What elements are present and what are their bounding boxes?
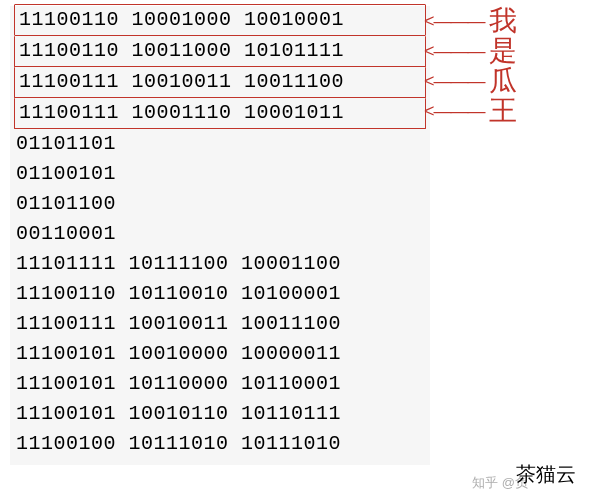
arrow-left-icon: <——— [424,36,485,66]
binary-row: 00110001 [16,219,424,249]
binary-row: 11101111 10111100 10001100 [16,249,424,279]
binary-row: 11100100 10111010 10111010 [16,429,424,459]
binary-bits: 11100111 10010011 10011100 [16,312,341,335]
binary-code-block: 11100110 10001000 10010001 11100110 1001… [10,6,430,465]
character-label: 是 [489,36,517,66]
binary-row: 01100101 [16,159,424,189]
binary-bits: 11100111 10010011 10011100 [19,70,344,93]
arrow-left-icon: <——— [424,66,485,96]
binary-bits: 11100101 10110000 10110001 [16,372,341,395]
binary-row: 11100101 10010110 10110111 [16,399,424,429]
binary-bits: 00110001 [16,222,116,245]
watermark-brand: 茶猫云 [516,461,576,488]
binary-row: 11100111 10001110 10001011 [14,98,426,129]
binary-bits: 11101111 10111100 10001100 [16,252,341,275]
binary-bits: 11100101 10010110 10110111 [16,402,341,425]
binary-bits: 11100110 10001000 10010001 [19,8,344,31]
arrow-left-icon: <——— [424,96,485,126]
binary-row: 11100101 10110000 10110001 [16,369,424,399]
binary-row: 01101101 [16,129,424,159]
annotation: <——— 是 [424,36,517,66]
binary-row: 01101100 [16,189,424,219]
binary-bits: 11100110 10011000 10101111 [19,39,344,62]
arrow-left-icon: <——— [424,6,485,36]
binary-bits: 11100101 10010000 10000011 [16,342,341,365]
binary-row: 11100110 10011000 10101111 [14,36,426,67]
binary-bits: 01101100 [16,192,116,215]
binary-bits: 11100100 10111010 10111010 [16,432,341,455]
binary-row: 11100110 10001000 10010001 [14,4,426,36]
annotation-column: <——— 我 <——— 是 <——— 瓜 <——— 王 [424,6,517,126]
character-label: 瓜 [489,66,517,96]
annotation: <——— 我 [424,6,517,36]
binary-bits: 01101101 [16,132,116,155]
binary-bits: 11100110 10110010 10100001 [16,282,341,305]
annotation: <——— 瓜 [424,66,517,96]
character-label: 我 [489,6,517,36]
character-label: 王 [489,96,517,126]
annotation: <——— 王 [424,96,517,126]
binary-row: 11100101 10010000 10000011 [16,339,424,369]
binary-bits: 11100111 10001110 10001011 [19,101,344,124]
binary-row: 11100111 10010011 10011100 [16,309,424,339]
binary-bits: 01100101 [16,162,116,185]
binary-row: 11100111 10010011 10011100 [14,67,426,98]
binary-row: 11100110 10110010 10100001 [16,279,424,309]
